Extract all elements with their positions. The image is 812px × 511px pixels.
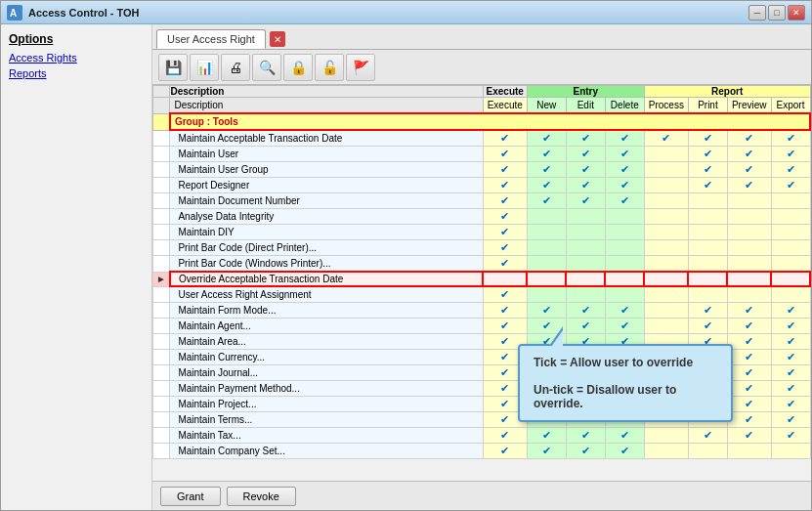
check-cell-preview[interactable]: ✔ — [727, 178, 771, 193]
check-cell-export[interactable]: ✔ — [771, 130, 810, 147]
check-cell-delete[interactable]: ✔ — [605, 147, 644, 162]
check-cell-delete[interactable]: ✔ — [605, 130, 644, 147]
check-cell-process[interactable] — [644, 256, 688, 273]
lock-button[interactable]: 🔒 — [283, 54, 313, 81]
search-button[interactable]: 🔍 — [252, 54, 281, 81]
check-cell-export[interactable] — [771, 444, 810, 459]
check-cell-print[interactable] — [688, 256, 727, 273]
check-cell-new[interactable]: ✔ — [527, 130, 566, 147]
check-cell-execute[interactable]: ✔ — [483, 428, 527, 444]
check-cell-new[interactable]: ✔ — [527, 178, 566, 193]
check-cell-edit[interactable]: ✔ — [566, 319, 605, 334]
check-cell-delete[interactable]: ✔ — [605, 162, 644, 178]
check-cell-edit[interactable]: ✔ — [566, 178, 605, 193]
check-cell-edit[interactable]: ✔ — [566, 130, 605, 147]
check-cell-execute[interactable]: ✔ — [483, 209, 527, 225]
check-cell-process[interactable] — [644, 240, 688, 256]
close-tab-button[interactable]: ✕ — [270, 31, 285, 47]
check-cell-preview[interactable] — [727, 225, 771, 240]
check-cell-edit[interactable]: ✔ — [566, 162, 605, 178]
check-cell-preview[interactable] — [727, 272, 771, 286]
check-cell-export[interactable]: ✔ — [771, 334, 810, 350]
check-cell-preview[interactable]: ✔ — [727, 162, 771, 178]
check-cell-preview[interactable]: ✔ — [727, 130, 771, 147]
check-cell-delete[interactable]: ✔ — [605, 193, 644, 209]
check-cell-print[interactable]: ✔ — [688, 178, 727, 193]
check-cell-preview[interactable]: ✔ — [727, 147, 771, 162]
check-cell-execute[interactable] — [483, 272, 527, 286]
check-cell-process[interactable] — [644, 286, 688, 303]
check-cell-preview[interactable] — [727, 286, 771, 303]
check-cell-print[interactable] — [688, 209, 727, 225]
excel-button[interactable]: 📊 — [190, 54, 219, 81]
check-cell-print[interactable] — [688, 272, 727, 286]
check-cell-new[interactable] — [527, 240, 566, 256]
close-window-button[interactable]: ✕ — [788, 5, 805, 21]
check-cell-print[interactable]: ✔ — [688, 162, 727, 178]
check-cell-process[interactable] — [644, 178, 688, 193]
check-cell-new[interactable] — [527, 286, 566, 303]
check-cell-delete[interactable]: ✔ — [605, 444, 644, 459]
check-cell-process[interactable] — [644, 444, 688, 459]
check-cell-preview[interactable]: ✔ — [727, 365, 771, 381]
check-cell-execute[interactable]: ✔ — [483, 193, 527, 209]
sidebar-item-access-rights[interactable]: Access Rights — [9, 52, 144, 64]
check-cell-print[interactable] — [688, 286, 727, 303]
check-cell-export[interactable]: ✔ — [771, 412, 810, 428]
check-cell-export[interactable]: ✔ — [771, 350, 810, 365]
check-cell-export[interactable] — [771, 272, 810, 286]
check-cell-export[interactable] — [771, 240, 810, 256]
check-cell-process[interactable] — [644, 428, 688, 444]
check-cell-delete[interactable]: ✔ — [605, 178, 644, 193]
check-cell-print[interactable] — [688, 444, 727, 459]
check-cell-delete[interactable] — [605, 256, 644, 273]
check-cell-export[interactable] — [771, 256, 810, 273]
check-cell-process[interactable] — [644, 272, 688, 286]
print-button[interactable]: 🖨 — [221, 54, 250, 81]
check-cell-export[interactable]: ✔ — [771, 365, 810, 381]
check-cell-execute[interactable]: ✔ — [483, 256, 527, 273]
check-cell-process[interactable] — [644, 209, 688, 225]
check-cell-edit[interactable] — [566, 209, 605, 225]
check-cell-export[interactable] — [771, 193, 810, 209]
check-cell-new[interactable]: ✔ — [527, 147, 566, 162]
check-cell-preview[interactable]: ✔ — [727, 397, 771, 412]
minimize-button[interactable]: ─ — [748, 5, 766, 21]
flag-button[interactable]: 🚩 — [346, 54, 375, 81]
revoke-button[interactable]: Revoke — [227, 487, 296, 506]
check-cell-print[interactable]: ✔ — [688, 147, 727, 162]
tab-user-access-right[interactable]: User Access Right — [156, 29, 266, 49]
check-cell-print[interactable]: ✔ — [688, 319, 727, 334]
check-cell-preview[interactable]: ✔ — [727, 381, 771, 397]
check-cell-process[interactable] — [644, 303, 688, 319]
check-cell-preview[interactable]: ✔ — [727, 334, 771, 350]
check-cell-delete[interactable] — [605, 209, 644, 225]
check-cell-process[interactable] — [644, 162, 688, 178]
check-cell-export[interactable] — [771, 225, 810, 240]
grant-button[interactable]: Grant — [160, 487, 221, 506]
check-cell-preview[interactable] — [727, 209, 771, 225]
check-cell-process[interactable] — [644, 319, 688, 334]
check-cell-execute[interactable]: ✔ — [483, 225, 527, 240]
check-cell-new[interactable]: ✔ — [527, 428, 566, 444]
check-cell-new[interactable] — [527, 256, 566, 273]
check-cell-new[interactable] — [527, 209, 566, 225]
check-cell-print[interactable] — [688, 240, 727, 256]
check-cell-new[interactable]: ✔ — [527, 162, 566, 178]
check-cell-new[interactable] — [527, 272, 566, 286]
check-cell-process[interactable] — [644, 193, 688, 209]
check-cell-delete[interactable] — [605, 272, 644, 286]
check-cell-process[interactable]: ✔ — [644, 130, 688, 147]
check-cell-edit[interactable] — [566, 225, 605, 240]
check-cell-execute[interactable]: ✔ — [483, 147, 527, 162]
check-cell-delete[interactable] — [605, 240, 644, 256]
check-cell-execute[interactable]: ✔ — [483, 130, 527, 147]
check-cell-print[interactable]: ✔ — [688, 130, 727, 147]
check-cell-delete[interactable]: ✔ — [605, 303, 644, 319]
check-cell-execute[interactable]: ✔ — [483, 162, 527, 178]
check-cell-print[interactable] — [688, 225, 727, 240]
save-button[interactable]: 💾 — [158, 54, 188, 81]
check-cell-export[interactable]: ✔ — [771, 162, 810, 178]
check-cell-export[interactable]: ✔ — [771, 147, 810, 162]
check-cell-preview[interactable]: ✔ — [727, 350, 771, 365]
